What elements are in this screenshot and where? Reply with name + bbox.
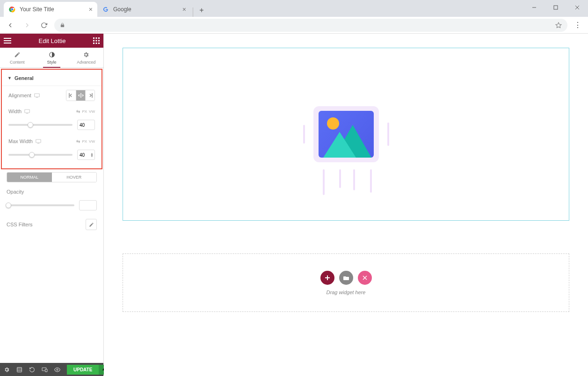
browser-tab[interactable]: Google × (97, 2, 191, 17)
history-icon[interactable] (29, 367, 35, 373)
add-global-button[interactable] (358, 271, 372, 285)
caret-down-icon: ▼ (7, 76, 12, 80)
responsive-mode-icon[interactable] (42, 367, 48, 373)
tab-close-icon[interactable]: × (182, 6, 186, 13)
svg-rect-8 (4, 43, 11, 43)
alignment-control: Alignment (2, 86, 102, 105)
dynamic-icon[interactable]: ⇆ (76, 109, 80, 114)
tab-label: Style (47, 60, 57, 65)
svg-rect-9 (93, 37, 94, 39)
lottie-placeholder (313, 106, 379, 162)
width-input[interactable] (77, 120, 95, 130)
address-row: ⋮ (0, 17, 588, 34)
drop-widget-section[interactable]: Drag widget here (123, 253, 569, 312)
tab-title: Your Site Title (20, 6, 54, 13)
state-tab-hover[interactable]: HOVER (52, 173, 97, 182)
browser-tab-active[interactable]: Your Site Title × (4, 2, 97, 17)
align-right-button[interactable] (85, 90, 94, 101)
panel-title: Edit Lottie (39, 37, 66, 44)
bookmark-star-icon[interactable] (555, 22, 562, 29)
window-maximize-button[interactable] (545, 0, 566, 15)
lock-icon (60, 22, 65, 28)
state-tabs: NORMAL HOVER (7, 172, 97, 182)
unit-px[interactable]: PX (82, 109, 87, 114)
skeleton-line (387, 123, 389, 146)
style-icon (49, 51, 55, 58)
grid-icon[interactable] (93, 37, 100, 44)
nav-back-button[interactable] (4, 19, 17, 32)
css-filters-edit-button[interactable] (86, 219, 97, 230)
state-tab-normal[interactable]: NORMAL (7, 173, 52, 182)
section-general-toggle[interactable]: ▼ General (2, 71, 102, 86)
max-width-slider[interactable] (8, 154, 73, 156)
unit-px[interactable]: PX (82, 139, 87, 144)
unit-vw[interactable]: VW (89, 139, 95, 144)
drop-hint-text: Drag widget here (327, 289, 366, 295)
pencil-icon (14, 51, 21, 58)
align-left-button[interactable] (66, 90, 76, 101)
skeleton-line (339, 169, 341, 188)
drop-buttons (320, 271, 372, 285)
preview-icon[interactable] (54, 367, 60, 373)
menu-icon[interactable] (4, 38, 11, 43)
panel-tabs: Content Style Advanced (0, 48, 103, 68)
image-placeholder-icon (319, 111, 374, 158)
gear-icon (83, 51, 89, 58)
slider-thumb[interactable] (29, 152, 35, 158)
settings-icon[interactable] (4, 367, 10, 373)
nav-forward-button[interactable] (21, 19, 34, 32)
svg-rect-11 (98, 37, 100, 39)
window-close-button[interactable] (566, 0, 588, 15)
css-filters-label: CSS Filters (7, 222, 33, 227)
window-minimize-button[interactable] (523, 0, 545, 15)
dynamic-icon[interactable]: ⇆ (76, 139, 80, 144)
width-slider[interactable] (8, 124, 73, 126)
opacity-control: Opacity (0, 185, 103, 198)
skeleton-line (353, 169, 355, 190)
responsive-icon[interactable] (36, 139, 41, 144)
width-control: Width ⇆ PX VW (2, 105, 102, 118)
add-template-button[interactable] (339, 271, 353, 285)
svg-marker-5 (556, 22, 561, 28)
alignment-label: Alignment (8, 93, 31, 98)
update-button[interactable]: UPDATE (67, 365, 99, 375)
max-width-input[interactable]: 40 ▲▼ (77, 150, 95, 160)
new-tab-button[interactable]: + (195, 4, 208, 17)
panel-body: ▼ General Alignment (0, 68, 103, 363)
svg-rect-14 (98, 40, 100, 42)
address-bar[interactable] (54, 19, 567, 32)
width-slider-row (2, 118, 102, 135)
browser-menu-button[interactable]: ⋮ (571, 21, 584, 29)
width-units: ⇆ PX VW (76, 109, 95, 114)
tab-title: Google (113, 6, 131, 13)
main-area: Edit Lottie Content Style (0, 34, 588, 376)
opacity-slider[interactable] (7, 204, 74, 206)
skeleton-line (370, 169, 372, 193)
update-label: UPDATE (73, 367, 92, 372)
elementor-sidebar: Edit Lottie Content Style (0, 34, 104, 376)
align-center-button[interactable] (76, 90, 85, 101)
tab-separator (193, 7, 193, 17)
tab-advanced[interactable]: Advanced (69, 48, 103, 67)
slider-thumb[interactable] (6, 202, 11, 208)
spinner-arrows-icon[interactable]: ▲▼ (90, 152, 94, 157)
tab-label: Advanced (77, 60, 95, 65)
tab-close-icon[interactable]: × (89, 6, 93, 13)
nav-reload-button[interactable] (37, 19, 51, 32)
svg-rect-10 (95, 37, 97, 39)
window-controls (523, 0, 588, 15)
responsive-icon[interactable] (24, 109, 30, 114)
css-filters-control: CSS Filters (0, 215, 103, 234)
slider-thumb[interactable] (28, 122, 33, 128)
image-placeholder-frame (313, 106, 379, 162)
svg-rect-7 (4, 40, 11, 41)
tab-content[interactable]: Content (0, 48, 35, 67)
add-section-button[interactable] (320, 271, 334, 285)
lottie-widget-section[interactable] (123, 48, 569, 221)
navigator-icon[interactable] (16, 367, 22, 373)
unit-vw[interactable]: VW (89, 109, 95, 114)
opacity-input[interactable] (79, 200, 97, 210)
chrome-favicon-icon (8, 6, 16, 13)
responsive-icon[interactable] (34, 93, 40, 98)
tab-style[interactable]: Style (35, 48, 69, 67)
